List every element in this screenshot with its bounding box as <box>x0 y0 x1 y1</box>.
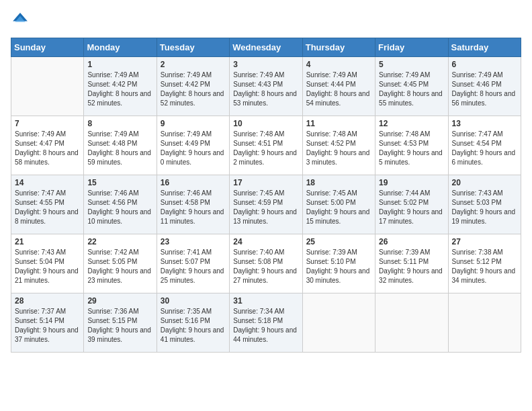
calendar-cell: 23Sunrise: 7:41 AMSunset: 5:07 PMDayligh… <box>157 234 229 293</box>
calendar-cell: 14Sunrise: 7:47 AMSunset: 4:55 PMDayligh… <box>11 175 84 234</box>
calendar-cell: 19Sunrise: 7:44 AMSunset: 5:02 PMDayligh… <box>375 175 448 234</box>
day-info: Sunrise: 7:48 AMSunset: 4:52 PMDaylight:… <box>306 130 371 167</box>
day-number: 29 <box>87 296 152 306</box>
day-info: Sunrise: 7:46 AMSunset: 4:58 PMDaylight:… <box>161 189 226 226</box>
calendar-week-row: 7Sunrise: 7:49 AMSunset: 4:47 PMDaylight… <box>11 116 521 175</box>
day-number: 19 <box>379 178 444 187</box>
day-number: 23 <box>161 237 226 246</box>
weekday-header: Monday <box>84 38 157 57</box>
day-info: Sunrise: 7:37 AMSunset: 5:14 PMDaylight:… <box>15 307 80 345</box>
day-number: 17 <box>233 178 298 187</box>
day-info: Sunrise: 7:34 AMSunset: 5:18 PMDaylight:… <box>233 307 298 345</box>
day-number: 15 <box>87 178 152 187</box>
calendar-cell: 3Sunrise: 7:49 AMSunset: 4:43 PMDaylight… <box>230 57 302 116</box>
day-info: Sunrise: 7:45 AMSunset: 4:59 PMDaylight:… <box>233 189 298 226</box>
calendar-cell: 12Sunrise: 7:48 AMSunset: 4:53 PMDayligh… <box>375 116 448 175</box>
calendar-cell: 8Sunrise: 7:49 AMSunset: 4:48 PMDaylight… <box>84 116 157 175</box>
day-number: 31 <box>233 296 298 306</box>
weekday-header: Wednesday <box>230 38 302 57</box>
day-number: 11 <box>306 119 371 128</box>
weekday-header: Sunday <box>11 38 84 57</box>
day-info: Sunrise: 7:49 AMSunset: 4:44 PMDaylight:… <box>306 71 371 108</box>
day-info: Sunrise: 7:35 AMSunset: 5:16 PMDaylight:… <box>161 307 226 345</box>
calendar-cell: 1Sunrise: 7:49 AMSunset: 4:42 PMDaylight… <box>84 57 157 116</box>
day-number: 9 <box>161 119 226 128</box>
day-info: Sunrise: 7:44 AMSunset: 5:02 PMDaylight:… <box>379 189 444 226</box>
page-header <box>11 11 521 30</box>
day-info: Sunrise: 7:38 AMSunset: 5:12 PMDaylight:… <box>452 248 517 285</box>
day-number: 25 <box>306 237 371 246</box>
calendar-body: 1Sunrise: 7:49 AMSunset: 4:42 PMDaylight… <box>11 57 521 353</box>
day-number: 1 <box>87 60 152 69</box>
day-number: 24 <box>233 237 298 246</box>
day-number: 28 <box>15 296 80 306</box>
calendar-week-row: 21Sunrise: 7:43 AMSunset: 5:04 PMDayligh… <box>11 234 521 293</box>
day-info: Sunrise: 7:49 AMSunset: 4:42 PMDaylight:… <box>87 71 152 108</box>
day-info: Sunrise: 7:48 AMSunset: 4:51 PMDaylight:… <box>233 130 298 167</box>
day-info: Sunrise: 7:43 AMSunset: 5:03 PMDaylight:… <box>452 189 517 226</box>
calendar-cell: 20Sunrise: 7:43 AMSunset: 5:03 PMDayligh… <box>448 175 521 234</box>
calendar-cell: 16Sunrise: 7:46 AMSunset: 4:58 PMDayligh… <box>157 175 229 234</box>
day-info: Sunrise: 7:39 AMSunset: 5:11 PMDaylight:… <box>379 248 444 285</box>
day-number: 22 <box>87 237 152 246</box>
day-number: 10 <box>233 119 298 128</box>
day-info: Sunrise: 7:43 AMSunset: 5:04 PMDaylight:… <box>15 248 80 285</box>
day-info: Sunrise: 7:36 AMSunset: 5:15 PMDaylight:… <box>87 307 152 345</box>
day-info: Sunrise: 7:49 AMSunset: 4:47 PMDaylight:… <box>15 130 80 167</box>
calendar-cell: 10Sunrise: 7:48 AMSunset: 4:51 PMDayligh… <box>230 116 302 175</box>
day-number: 5 <box>379 60 444 69</box>
calendar-header: SundayMondayTuesdayWednesdayThursdayFrid… <box>11 38 521 57</box>
day-info: Sunrise: 7:41 AMSunset: 5:07 PMDaylight:… <box>161 248 226 285</box>
day-number: 30 <box>161 296 226 306</box>
day-number: 7 <box>15 119 80 128</box>
calendar-cell <box>11 57 84 116</box>
calendar-week-row: 14Sunrise: 7:47 AMSunset: 4:55 PMDayligh… <box>11 175 521 234</box>
day-number: 27 <box>452 237 517 246</box>
day-number: 6 <box>452 60 517 69</box>
weekday-header: Saturday <box>448 38 521 57</box>
logo <box>11 11 32 30</box>
calendar-cell: 22Sunrise: 7:42 AMSunset: 5:05 PMDayligh… <box>84 234 157 293</box>
calendar-cell: 18Sunrise: 7:45 AMSunset: 5:00 PMDayligh… <box>302 175 375 234</box>
calendar-cell: 28Sunrise: 7:37 AMSunset: 5:14 PMDayligh… <box>11 293 84 353</box>
day-info: Sunrise: 7:40 AMSunset: 5:08 PMDaylight:… <box>233 248 298 285</box>
weekday-header: Tuesday <box>157 38 229 57</box>
day-info: Sunrise: 7:49 AMSunset: 4:48 PMDaylight:… <box>87 130 152 167</box>
day-number: 16 <box>161 178 226 187</box>
calendar-cell: 9Sunrise: 7:49 AMSunset: 4:49 PMDaylight… <box>157 116 229 175</box>
day-info: Sunrise: 7:47 AMSunset: 4:54 PMDaylight:… <box>452 130 517 167</box>
calendar-cell: 31Sunrise: 7:34 AMSunset: 5:18 PMDayligh… <box>230 293 302 353</box>
day-info: Sunrise: 7:49 AMSunset: 4:46 PMDaylight:… <box>452 71 517 108</box>
calendar-cell: 27Sunrise: 7:38 AMSunset: 5:12 PMDayligh… <box>448 234 521 293</box>
calendar-cell: 30Sunrise: 7:35 AMSunset: 5:16 PMDayligh… <box>157 293 229 353</box>
calendar-cell <box>302 293 375 353</box>
calendar-cell: 15Sunrise: 7:46 AMSunset: 4:56 PMDayligh… <box>84 175 157 234</box>
day-info: Sunrise: 7:42 AMSunset: 5:05 PMDaylight:… <box>87 248 152 285</box>
day-info: Sunrise: 7:47 AMSunset: 4:55 PMDaylight:… <box>15 189 80 226</box>
calendar-week-row: 1Sunrise: 7:49 AMSunset: 4:42 PMDaylight… <box>11 57 521 116</box>
calendar-cell: 13Sunrise: 7:47 AMSunset: 4:54 PMDayligh… <box>448 116 521 175</box>
calendar-week-row: 28Sunrise: 7:37 AMSunset: 5:14 PMDayligh… <box>11 293 521 353</box>
calendar-cell: 24Sunrise: 7:40 AMSunset: 5:08 PMDayligh… <box>230 234 302 293</box>
day-info: Sunrise: 7:39 AMSunset: 5:10 PMDaylight:… <box>306 248 371 285</box>
day-number: 12 <box>379 119 444 128</box>
calendar-cell: 5Sunrise: 7:49 AMSunset: 4:45 PMDaylight… <box>375 57 448 116</box>
calendar-table: SundayMondayTuesdayWednesdayThursdayFrid… <box>11 38 521 353</box>
weekday-header: Thursday <box>302 38 375 57</box>
logo-icon <box>11 11 30 30</box>
calendar-cell: 7Sunrise: 7:49 AMSunset: 4:47 PMDaylight… <box>11 116 84 175</box>
day-number: 13 <box>452 119 517 128</box>
day-number: 26 <box>379 237 444 246</box>
calendar-cell <box>375 293 448 353</box>
calendar-cell: 6Sunrise: 7:49 AMSunset: 4:46 PMDaylight… <box>448 57 521 116</box>
calendar-cell: 4Sunrise: 7:49 AMSunset: 4:44 PMDaylight… <box>302 57 375 116</box>
calendar-cell: 2Sunrise: 7:49 AMSunset: 4:42 PMDaylight… <box>157 57 229 116</box>
day-info: Sunrise: 7:49 AMSunset: 4:49 PMDaylight:… <box>161 130 226 167</box>
day-info: Sunrise: 7:45 AMSunset: 5:00 PMDaylight:… <box>306 189 371 226</box>
day-number: 3 <box>233 60 298 69</box>
day-number: 2 <box>161 60 226 69</box>
day-info: Sunrise: 7:46 AMSunset: 4:56 PMDaylight:… <box>87 189 152 226</box>
day-info: Sunrise: 7:49 AMSunset: 4:42 PMDaylight:… <box>161 71 226 108</box>
weekday-header: Friday <box>375 38 448 57</box>
calendar-cell: 26Sunrise: 7:39 AMSunset: 5:11 PMDayligh… <box>375 234 448 293</box>
